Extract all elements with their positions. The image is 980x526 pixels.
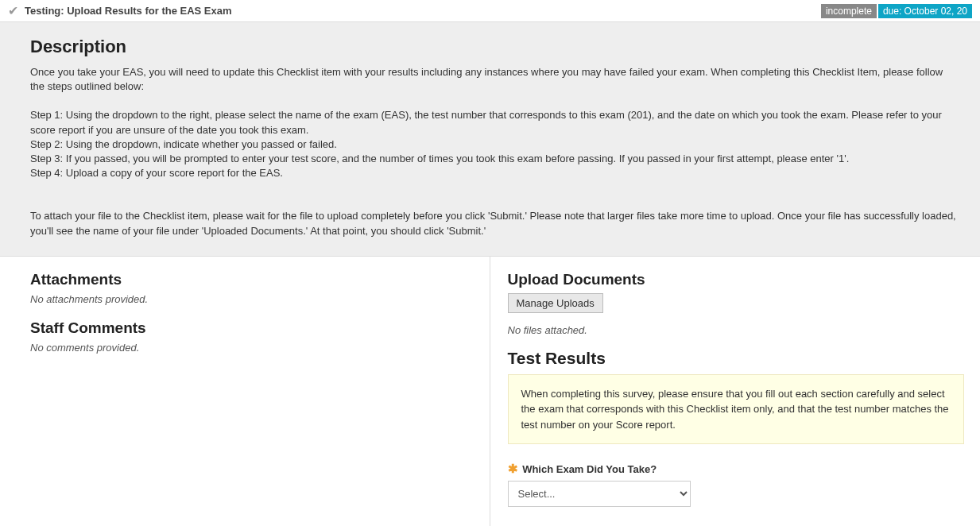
check-icon: ✔ — [8, 3, 18, 18]
description-step-2: Step 2: Using the dropdown, indicate whe… — [30, 137, 956, 152]
description-intro: Once you take your EAS, you will need to… — [30, 65, 956, 94]
page-title: Testing: Upload Results for the EAS Exam — [25, 5, 819, 17]
description-step-4: Step 4: Upload a copy of your score repo… — [30, 166, 956, 180]
attachments-heading: Attachments — [30, 271, 474, 288]
comments-empty: No comments provided. — [30, 342, 474, 354]
manage-uploads-button[interactable]: Manage Uploads — [508, 293, 603, 313]
upload-heading: Upload Documents — [508, 271, 965, 288]
description-section: Description Once you take your EAS, you … — [0, 21, 980, 256]
exam-question-label: ✱ Which Exam Did You Take? — [508, 462, 965, 476]
description-step-3: Step 3: If you passed, you will be promp… — [30, 152, 956, 166]
description-steps: Step 1: Using the dropdown to the right,… — [30, 108, 956, 180]
main-columns: Attachments No attachments provided. Sta… — [0, 256, 980, 526]
test-results-heading: Test Results — [508, 349, 965, 368]
header-bar: ✔ Testing: Upload Results for the EAS Ex… — [0, 0, 980, 21]
exam-select[interactable]: Select... — [508, 481, 691, 507]
attachments-empty: No attachments provided. — [30, 293, 474, 305]
status-badge-due: due: October 02, 20 — [878, 4, 972, 18]
required-star-icon: ✱ — [508, 462, 518, 475]
comments-heading: Staff Comments — [30, 319, 474, 337]
exam-question-text: Which Exam Did You Take? — [522, 463, 657, 475]
no-files-text: No files attached. — [508, 324, 965, 336]
description-step-1: Step 1: Using the dropdown to the right,… — [30, 108, 956, 137]
left-column: Attachments No attachments provided. Sta… — [0, 257, 490, 526]
description-attach-note: To attach your file to the Checklist ite… — [30, 209, 956, 238]
status-badge-incomplete: incomplete — [821, 4, 877, 18]
right-column: Upload Documents Manage Uploads No files… — [490, 257, 981, 526]
test-results-info: When completing this survey, please ensu… — [508, 374, 965, 445]
description-heading: Description — [30, 37, 956, 57]
